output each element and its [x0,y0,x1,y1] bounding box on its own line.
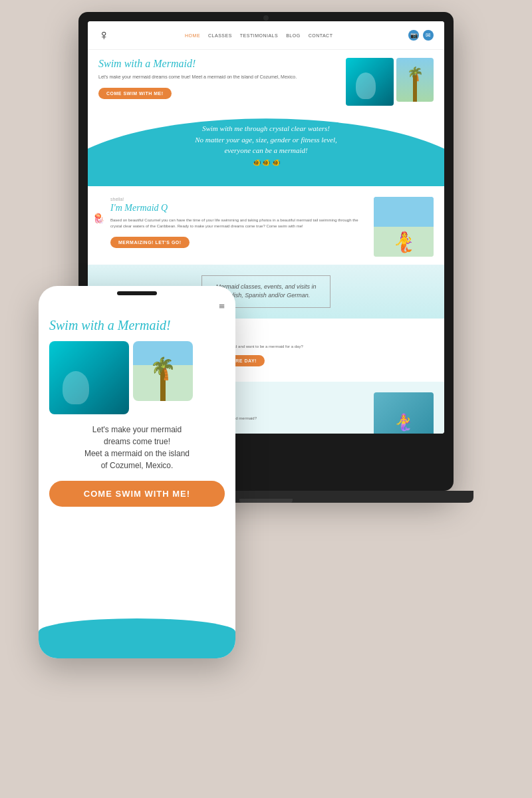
wave-text-line2: No matter your age, size, gender or fitn… [98,134,434,146]
site-social-icons: 📷 ✉ [408,30,434,41]
hero-description: Let's make your mermaid dreams come true… [98,74,339,80]
site-logo: ♀ [98,27,110,44]
hero-underwater-image [346,58,394,106]
email-icon[interactable]: ✉ [423,30,434,41]
hamburger-menu-icon[interactable]: ≡ [49,301,225,313]
jellyfish-icon: 🪼 [93,213,104,224]
hero-section: Swim with a Mermaid! Let's make your mer… [88,50,444,114]
phone-mockup: ≡ Swim with a Mermaid! Let's make your m… [39,286,235,658]
laptop-camera [263,15,269,21]
hero-palm-image: 🌴 [396,58,434,102]
hero-images: 🌴 [346,58,434,106]
site-header: ♀ HOME CLASSES TESTIMONIALS BLOG CONTACT… [88,21,444,50]
card-padi-image: 🧜‍♀️ [374,392,434,434]
instagram-icon[interactable]: 📷 [408,30,419,41]
mermaid-image: 🧜‍♀️ [374,197,434,257]
mermaid-section: 🪼 shella! I'm Mermaid Q Based on beautif… [88,186,444,265]
phone-content: ≡ Swim with a Mermaid! Let's make your m… [39,298,235,517]
phone-wave-decoration [39,618,235,658]
mermaid-label: shella! [110,197,367,201]
phone-notch [117,291,157,295]
phone-hero-images [49,341,225,414]
wave-section: Swim with me through crystal clear water… [88,111,444,186]
hero-text: Swim with a Mermaid! Let's make your mer… [98,58,339,99]
nav-blog[interactable]: BLOG [286,33,300,38]
hero-title: Swim with a Mermaid! [98,58,339,70]
phone-underwater-image [49,341,129,414]
nav-contact[interactable]: CONTACT [309,33,333,38]
phone-cta-button[interactable]: COME SWIM WITH ME! [49,481,225,507]
hero-cta-button[interactable]: COME SWIM WITH ME! [98,88,172,99]
phone-hero-description: Let's make your mermaid dreams come true… [49,424,225,471]
fish-icon: 🐠 🐠 🐠 [98,159,434,166]
nav-classes[interactable]: CLASSES [208,33,232,38]
phone-hero-title: Swim with a Mermaid! [49,318,225,333]
mermaid-description: Based on beautiful Cozumel you can have … [110,217,367,229]
site-nav: HOME CLASSES TESTIMONIALS BLOG CONTACT [185,33,332,38]
phone-palm-image [133,341,193,401]
mermaid-cta-button[interactable]: MERMAIZING! LET'S GO! [110,237,190,248]
mermaid-text: shella! I'm Mermaid Q Based on beautiful… [98,197,367,257]
mermaid-title: I'm Mermaid Q [110,203,367,213]
nav-testimonials[interactable]: TESTIMONIALS [240,33,278,38]
wave-text-line3: everyone can be a mermaid! [98,145,434,156]
wave-text-line1: Swim with me through crystal clear water… [98,123,434,134]
nav-home[interactable]: HOME [185,33,200,38]
